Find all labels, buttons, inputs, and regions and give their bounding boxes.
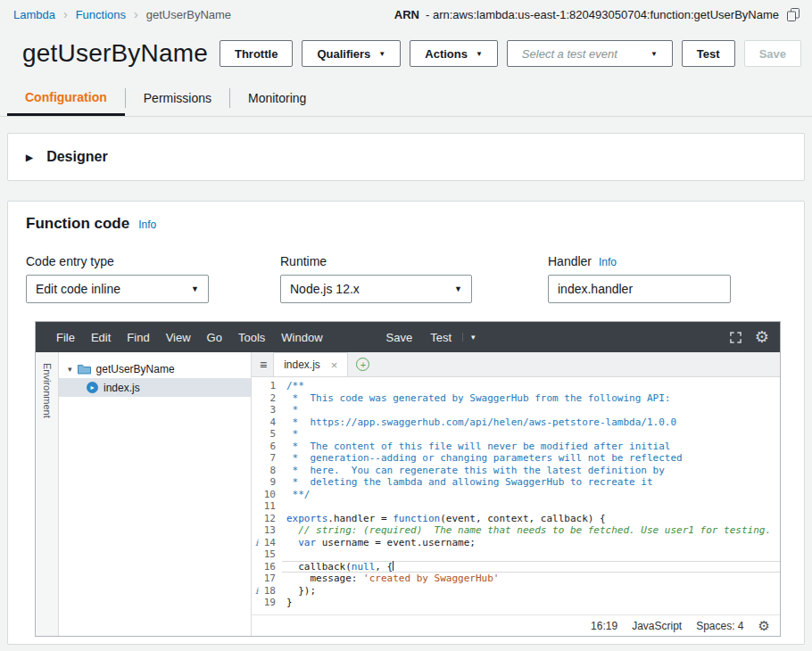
breadcrumb-item-lambda[interactable]: Lambda [13, 8, 55, 21]
function-code-panel: Function code Info Code entry type Edit … [7, 201, 805, 645]
tree-folder-row[interactable]: ▾ getUserByName [59, 359, 251, 378]
code-line[interactable] [282, 500, 780, 513]
actions-button-label: Actions [425, 47, 468, 61]
gutter-line-number: 4 [252, 416, 282, 429]
editor-menu-items: FileEditFindViewGoToolsWindow [48, 331, 331, 344]
code-line[interactable]: * [282, 404, 780, 416]
caret-down-icon: ▼ [191, 284, 199, 293]
code-line[interactable]: /** [282, 380, 780, 392]
add-tab-icon[interactable]: + [356, 358, 369, 371]
save-button[interactable]: Save [744, 40, 801, 67]
menu-window[interactable]: Window [273, 331, 330, 344]
code-entry-type-label: Code entry type [26, 254, 209, 268]
arn-value: - arn:aws:lambda:us-east-1:820493050704:… [426, 8, 779, 21]
function-code-header: Function code Info [26, 215, 786, 233]
test-button[interactable]: Test [682, 40, 735, 67]
handler-label: Handler Info [548, 254, 731, 268]
statusbar-gear-icon[interactable]: ⚙ [758, 619, 770, 632]
actions-button[interactable]: Actions ▼ [410, 40, 498, 67]
caret-down-icon: ▼ [650, 50, 658, 58]
tab-list-icon[interactable]: ≡ [253, 358, 273, 372]
file-tree: ▾ getUserByName ▸ index.js [59, 352, 252, 636]
gutter-line-number: 9 [252, 476, 282, 489]
code-settings-fields: Code entry type Edit code inline ▼ Runti… [26, 254, 786, 303]
arn-label: ARN [394, 8, 419, 21]
editor-test-caret-icon[interactable]: ▾ [462, 333, 484, 342]
gutter-line-number: i18 [252, 585, 282, 597]
editor-save-button[interactable]: Save [377, 331, 422, 344]
throttle-button-label: Throttle [235, 47, 278, 61]
page-tabs: ConfigurationPermissionsMonitoring [0, 80, 812, 117]
code-line[interactable]: // string: (required) The name that need… [282, 524, 780, 537]
tab-monitoring[interactable]: Monitoring [230, 80, 324, 116]
code-line[interactable]: message: 'created by SwaggerHub' [282, 573, 780, 585]
breadcrumb-item-functions[interactable]: Functions [76, 8, 126, 21]
close-tab-icon[interactable]: × [331, 358, 338, 372]
gutter-line-number: i14 [252, 537, 282, 549]
menu-find[interactable]: Find [119, 331, 157, 344]
code-line[interactable]: * [282, 428, 780, 441]
environment-strip[interactable]: Environment [36, 352, 59, 636]
handler-label-text: Handler [548, 254, 592, 268]
menu-view[interactable]: View [158, 331, 199, 344]
menu-edit[interactable]: Edit [83, 331, 119, 344]
code-line[interactable]: * here. You can regenerate this with the… [282, 465, 780, 477]
gutter-line-number: 8 [252, 465, 282, 477]
code-line[interactable]: * generation--adding or changing paramet… [282, 452, 780, 465]
runtime-label: Runtime [280, 254, 472, 268]
cursor-position[interactable]: 16:19 [591, 620, 617, 632]
runtime-select[interactable]: Node.js 12.x ▼ [280, 275, 472, 303]
code-line[interactable]: var username = event.username; [282, 537, 780, 549]
code-line[interactable]: }); [282, 585, 780, 597]
copy-arn-icon[interactable] [787, 8, 800, 21]
topbar: Lambda›Functions›getUserByName ARN - arn… [0, 0, 812, 29]
code-line[interactable]: } [282, 597, 780, 609]
editor-menubar: FileEditFindViewGoToolsWindow Save Test … [36, 322, 780, 352]
throttle-button[interactable]: Throttle [220, 40, 293, 67]
handler-info-link[interactable]: Info [599, 256, 617, 268]
function-arn: ARN - arn:aws:lambda:us-east-1:820493050… [394, 8, 800, 21]
page-header: getUserByName Throttle Qualifiers ▼ Acti… [0, 29, 812, 80]
editor-tabbar: ≡ index.js × + [252, 352, 780, 377]
code-line[interactable]: **/ [282, 489, 780, 501]
expand-caret-icon: ▶ [26, 152, 33, 162]
gutter-line-number: 13 [252, 524, 282, 537]
code-area: 12345678910111213i14151617i1819 /** * Th… [252, 377, 780, 614]
info-icon: i [255, 538, 258, 548]
fullscreen-icon[interactable] [730, 332, 742, 343]
editor-gutter: 12345678910111213i14151617i1819 [252, 377, 282, 614]
tab-configuration[interactable]: Configuration [7, 80, 125, 116]
gutter-line-number: 3 [252, 404, 282, 416]
code-lines[interactable]: /** * This code was generated by Swagger… [282, 377, 780, 614]
menu-tools[interactable]: Tools [230, 331, 273, 344]
code-line[interactable]: * This code was generated by SwaggerHub … [282, 392, 780, 405]
code-entry-type-field: Code entry type Edit code inline ▼ [26, 254, 209, 303]
editor-tab-indexjs[interactable]: index.js × [273, 352, 348, 376]
function-code-info-link[interactable]: Info [138, 218, 156, 231]
code-editor: FileEditFindViewGoToolsWindow Save Test … [35, 321, 781, 637]
code-line[interactable]: * https://app.swaggerhub.com/api/helen/a… [282, 416, 780, 429]
menu-go[interactable]: Go [199, 331, 230, 344]
editor-test-button[interactable]: Test [421, 331, 460, 344]
tab-permissions[interactable]: Permissions [126, 80, 229, 116]
code-entry-type-select[interactable]: Edit code inline ▼ [26, 275, 209, 303]
caret-down-icon: ▼ [476, 50, 483, 58]
code-line[interactable]: exports.handler = function(event, contex… [282, 513, 780, 525]
designer-panel[interactable]: ▶ Designer [7, 133, 805, 181]
text-cursor [393, 561, 394, 571]
test-event-select[interactable]: Select a test event ▼ [507, 40, 673, 67]
breadcrumb-separator-icon: › [63, 7, 68, 21]
language-mode[interactable]: JavaScript [632, 620, 682, 632]
code-line[interactable]: * The content of this file will never be… [282, 441, 780, 453]
page-title: getUserByName [22, 39, 208, 68]
tree-file-row[interactable]: ▸ index.js [59, 378, 251, 397]
qualifiers-button[interactable]: Qualifiers ▼ [302, 40, 401, 67]
handler-input[interactable] [548, 275, 731, 303]
editor-settings-gear-icon[interactable]: ⚙ [755, 329, 769, 345]
spaces-setting[interactable]: Spaces: 4 [696, 620, 743, 632]
menu-file[interactable]: File [48, 331, 83, 344]
gutter-line-number: 19 [252, 597, 282, 609]
code-line[interactable]: * deleting the lambda and allowing Swagg… [282, 476, 780, 489]
code-line[interactable] [282, 548, 780, 561]
code-line[interactable]: callback(null, { [282, 561, 780, 573]
